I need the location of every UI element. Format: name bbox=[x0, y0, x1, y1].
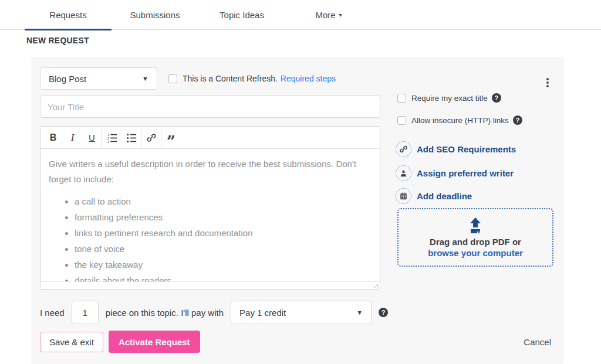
description-placeholder-list: a call to action formatting preferences … bbox=[75, 193, 372, 281]
tab-bar: Requests Submissions Topic Ideas More ▾ bbox=[0, 0, 601, 30]
title-input[interactable] bbox=[40, 96, 380, 118]
tab-more-label: More bbox=[315, 10, 335, 20]
payment-value: Pay 1 credit bbox=[239, 308, 356, 318]
quantity-prefix: I need bbox=[40, 308, 65, 318]
exact-title-label: Require my exact title bbox=[411, 94, 488, 103]
save-exit-button[interactable]: Save & exit bbox=[40, 332, 103, 352]
writer-icon-circle bbox=[396, 165, 411, 181]
form-actions: Save & exit Activate Request Cancel bbox=[40, 331, 551, 353]
insecure-links-checkbox[interactable] bbox=[397, 116, 406, 125]
page-title: NEW REQUEST bbox=[26, 35, 89, 45]
new-request-card: Blog Post ▼ This is a Content Refresh. R… bbox=[31, 57, 564, 364]
payment-select[interactable]: Pay 1 credit ▼ bbox=[231, 301, 372, 324]
description-placeholder: Give writers a useful description in ord… bbox=[49, 157, 372, 187]
add-deadline-link[interactable]: Add deadline bbox=[396, 188, 472, 204]
tab-more[interactable]: More ▾ bbox=[285, 0, 372, 29]
bold-button[interactable]: B bbox=[43, 127, 63, 148]
tab-topic-ideas-label: Topic Ideas bbox=[220, 10, 264, 20]
upload-icon bbox=[465, 217, 485, 234]
content-refresh-checkbox[interactable] bbox=[168, 74, 177, 83]
assign-preferred-writer-label: Assign preferred writer bbox=[417, 168, 514, 178]
insecure-links-option: Allow insecure (HTTP) links ? bbox=[397, 115, 522, 125]
kebab-menu-icon[interactable] bbox=[543, 76, 552, 90]
underline-button[interactable]: U bbox=[82, 127, 102, 148]
deadline-icon-circle bbox=[396, 188, 411, 204]
list-item: formatting preferences bbox=[75, 209, 372, 225]
editor-toolbar: B I U 1 2 3 bbox=[40, 127, 380, 149]
add-seo-requirements-label: Add SEO Requirements bbox=[417, 144, 516, 154]
tab-topic-ideas[interactable]: Topic Ideas bbox=[198, 0, 285, 29]
seo-icon-circle bbox=[396, 141, 411, 157]
pdf-dropzone[interactable]: Drag and drop PDF or browse your compute… bbox=[397, 208, 553, 267]
quote-button[interactable]: ” bbox=[161, 127, 181, 148]
help-icon[interactable]: ? bbox=[513, 115, 522, 125]
link-icon bbox=[146, 132, 157, 143]
editor-footer bbox=[40, 281, 380, 289]
tab-submissions-label: Submissions bbox=[130, 10, 180, 20]
quote-icon: ” bbox=[167, 138, 175, 144]
unordered-list-button[interactable] bbox=[121, 127, 141, 148]
quantity-suffix: piece on this topic. I'll pay with bbox=[106, 308, 224, 318]
exact-title-checkbox[interactable] bbox=[397, 94, 406, 103]
content-refresh-row: This is a Content Refresh. Required step… bbox=[168, 67, 336, 90]
exact-title-option: Require my exact title ? bbox=[397, 93, 501, 103]
add-deadline-label: Add deadline bbox=[417, 191, 472, 201]
svg-text:3: 3 bbox=[107, 140, 109, 142]
list-item: tone of voice bbox=[75, 241, 372, 257]
chevron-down-icon: ▼ bbox=[142, 75, 148, 82]
tab-requests[interactable]: Requests bbox=[25, 0, 112, 29]
chevron-down-icon: ▾ bbox=[339, 12, 342, 18]
person-icon bbox=[399, 169, 408, 178]
assign-preferred-writer-link[interactable]: Assign preferred writer bbox=[396, 165, 514, 181]
insecure-links-label: Allow insecure (HTTP) links bbox=[411, 116, 509, 125]
calendar-icon bbox=[399, 192, 408, 200]
unordered-list-icon bbox=[126, 132, 137, 143]
tab-requests-label: Requests bbox=[49, 10, 86, 20]
italic-button[interactable]: I bbox=[63, 127, 82, 148]
resize-handle[interactable] bbox=[373, 283, 379, 288]
ordered-list-icon: 1 2 3 bbox=[107, 132, 117, 143]
quantity-row: I need piece on this topic. I'll pay wit… bbox=[40, 301, 388, 324]
link-button[interactable] bbox=[141, 127, 161, 148]
content-type-select[interactable]: Blog Post ▼ bbox=[40, 67, 157, 90]
content-refresh-label: This is a Content Refresh. bbox=[183, 74, 278, 83]
ordered-list-button[interactable]: 1 2 3 bbox=[102, 127, 121, 148]
list-item: links to pertinent research and document… bbox=[75, 225, 372, 241]
add-seo-requirements-link[interactable]: Add SEO Requirements bbox=[396, 141, 516, 157]
list-item: the key takeaway bbox=[75, 257, 372, 273]
required-steps-link[interactable]: Required steps bbox=[281, 74, 336, 83]
help-icon[interactable]: ? bbox=[492, 93, 501, 103]
activate-request-button[interactable]: Activate Request bbox=[109, 331, 200, 353]
list-item: a call to action bbox=[75, 193, 372, 209]
tab-submissions[interactable]: Submissions bbox=[112, 0, 198, 29]
content-type-value: Blog Post bbox=[49, 74, 142, 84]
dropzone-text: Drag and drop PDF or bbox=[430, 237, 521, 247]
link-icon bbox=[399, 145, 408, 154]
cancel-link[interactable]: Cancel bbox=[524, 337, 551, 347]
description-editor: B I U 1 2 3 bbox=[40, 126, 380, 290]
help-icon[interactable]: ? bbox=[379, 308, 388, 317]
list-item: details about the readers bbox=[75, 273, 372, 281]
quantity-input[interactable] bbox=[72, 301, 99, 324]
description-textarea[interactable]: Give writers a useful description in ord… bbox=[40, 149, 380, 281]
browse-computer-link[interactable]: browse your computer bbox=[428, 248, 523, 258]
chevron-down-icon: ▼ bbox=[356, 309, 363, 316]
new-request-page: Requests Submissions Topic Ideas More ▾ … bbox=[0, 0, 601, 364]
